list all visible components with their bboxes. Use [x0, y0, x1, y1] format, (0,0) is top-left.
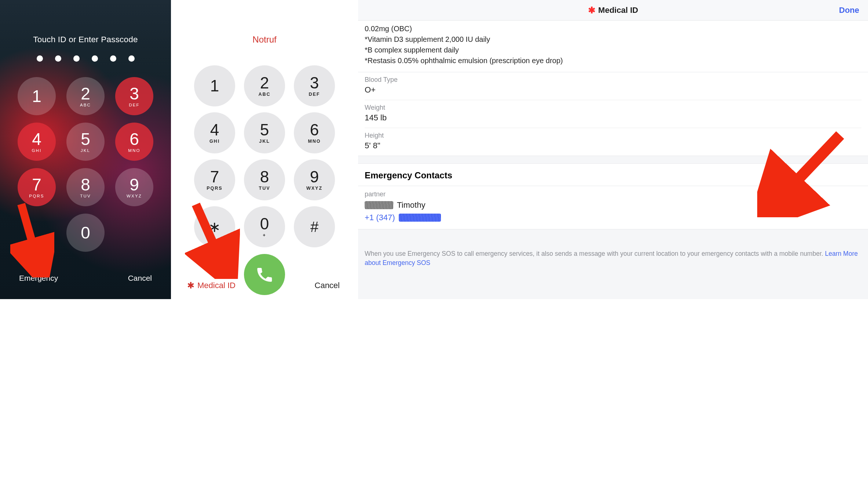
dialer-key-4[interactable]: 4GHI	[194, 112, 235, 153]
medication-line: *Restasis 0.05% ophthalmic emulsion (pre…	[365, 55, 861, 66]
dialer-key-6[interactable]: 6MNO	[294, 112, 335, 153]
dialer-key-2[interactable]: 2ABC	[244, 65, 285, 106]
key-digit: 9	[310, 169, 319, 185]
key-letters: ABC	[258, 92, 270, 97]
medical-id-button[interactable]: ✱ Medical ID	[187, 281, 236, 290]
page-title: ✱ Medical ID	[588, 6, 638, 15]
key-digit: 6	[130, 131, 139, 148]
dialer-cancel-button[interactable]: Cancel	[315, 281, 340, 290]
key-letters: MNO	[308, 139, 321, 144]
key-digit: 2	[260, 75, 269, 91]
key-digit: 7	[210, 169, 219, 185]
key-digit: 6	[310, 122, 319, 138]
medical-id-header: ✱ Medical ID Done	[358, 0, 868, 21]
keypad-key-2[interactable]: 2ABC	[66, 77, 105, 115]
field-value: 5' 8"	[365, 141, 861, 150]
key-letters: WXYZ	[306, 186, 322, 191]
medical-id-label: Medical ID	[197, 281, 236, 290]
key-letters: GHI	[209, 139, 220, 144]
asterisk-icon: ✱	[187, 281, 194, 290]
vitals-section: Blood TypeO+Weight145 lbHeight5' 8"	[358, 72, 868, 156]
key-digit: 0	[260, 216, 269, 232]
key-letters: JKL	[81, 148, 90, 153]
passcode-prompt: Touch ID or Enter Passcode	[33, 35, 138, 44]
passcode-dot	[55, 55, 61, 62]
key-digit: 4	[32, 131, 41, 148]
keypad-key-5[interactable]: 5JKL	[66, 123, 105, 161]
keypad-key-7[interactable]: 7PQRS	[18, 168, 56, 206]
vitals-row: Height5' 8"	[365, 128, 861, 156]
emergency-dialer-panel: Notruf 12ABC3DEF4GHI5JKL6MNO7PQRS8TUV9WX…	[171, 0, 358, 299]
field-label: Blood Type	[365, 76, 861, 84]
key-letters: WXYZ	[127, 194, 142, 198]
passcode-dot	[73, 55, 80, 62]
key-letters: MNO	[128, 148, 140, 153]
medication-line: *Vitamin D3 supplement 2,000 IU daily	[365, 34, 861, 45]
passcode-dot	[128, 55, 135, 62]
contact-name: Timothy	[365, 200, 861, 210]
key-digit: #	[310, 219, 318, 234]
key-digit: 1	[32, 88, 41, 105]
key-digit: 1	[210, 78, 219, 94]
dialer-key-1[interactable]: 1	[194, 65, 235, 106]
key-letters: PQRS	[29, 194, 44, 198]
dialer-key-3[interactable]: 3DEF	[294, 65, 335, 106]
key-letters: GHI	[32, 148, 41, 153]
keypad-key-4[interactable]: 4GHI	[18, 123, 56, 161]
field-value: O+	[365, 85, 861, 95]
key-digit: 4	[210, 122, 219, 138]
asterisk-icon: ✱	[588, 6, 595, 15]
contact-phone-link[interactable]: +1 (347)	[365, 213, 861, 222]
medical-id-panel: ✱ Medical ID Done 0.02mg (OBC)*Vitamin D…	[358, 0, 868, 299]
emergency-button[interactable]: Emergency	[19, 274, 58, 283]
key-letters: +	[263, 233, 266, 238]
key-digit: 5	[260, 122, 269, 138]
keypad-key-9[interactable]: 9WXYZ	[115, 168, 153, 206]
passcode-dot	[110, 55, 116, 62]
key-digit: 3	[130, 85, 139, 102]
vitals-row: Blood TypeO+	[365, 72, 861, 100]
redacted-name	[365, 201, 393, 209]
field-label: Weight	[365, 104, 861, 112]
dialer-key-9[interactable]: 9WXYZ	[294, 159, 335, 200]
redacted-phone	[399, 214, 441, 222]
keypad-key-8[interactable]: 8TUV	[66, 168, 105, 206]
dialer-key-5[interactable]: 5JKL	[244, 112, 285, 153]
key-digit: 8	[81, 176, 90, 193]
medication-line: *B complex supplement daily	[365, 45, 861, 55]
dialer-key-hash[interactable]: #	[294, 206, 335, 247]
lockscreen-keypad: 12ABC3DEF4GHI5JKL6MNO7PQRS8TUV9WXYZ0	[18, 77, 153, 252]
key-digit: 0	[81, 224, 90, 241]
passcode-dot	[37, 55, 43, 62]
dialer-key-star[interactable]: ∗	[194, 206, 235, 247]
emergency-contacts-heading: Emergency Contacts	[358, 163, 868, 186]
key-letters: PQRS	[207, 186, 222, 191]
emergency-sos-footer: When you use Emergency SOS to call emerg…	[358, 243, 868, 277]
contact-relationship: partner	[365, 190, 861, 198]
dialer-key-0[interactable]: 0+	[244, 206, 285, 247]
key-letters: TUV	[259, 186, 270, 191]
key-letters: ABC	[80, 103, 91, 107]
done-button[interactable]: Done	[839, 6, 859, 15]
medications-text: 0.02mg (OBC)*Vitamin D3 supplement 2,000…	[358, 21, 868, 72]
dialer-key-8[interactable]: 8TUV	[244, 159, 285, 200]
key-digit: 8	[260, 169, 269, 185]
keypad-key-1[interactable]: 1	[18, 77, 56, 115]
emergency-contact-row: partner Timothy +1 (347)	[358, 186, 868, 229]
passcode-dot	[92, 55, 98, 62]
key-digit: 9	[130, 176, 139, 193]
keypad-key-0[interactable]: 0	[66, 214, 105, 252]
key-letters: TUV	[80, 194, 91, 198]
field-label: Height	[365, 132, 861, 139]
dialer-key-7[interactable]: 7PQRS	[194, 159, 235, 200]
keypad-key-6[interactable]: 6MNO	[115, 123, 153, 161]
cancel-button[interactable]: Cancel	[128, 274, 152, 283]
key-letters: DEF	[309, 92, 320, 97]
key-digit: 5	[81, 131, 90, 148]
field-value: 145 lb	[365, 113, 861, 123]
key-digit: 7	[32, 176, 41, 193]
key-digit: 3	[310, 75, 319, 91]
dialer-keypad: 12ABC3DEF4GHI5JKL6MNO7PQRS8TUV9WXYZ∗0+#	[194, 65, 335, 247]
keypad-key-3[interactable]: 3DEF	[115, 77, 153, 115]
passcode-dots	[37, 55, 135, 62]
